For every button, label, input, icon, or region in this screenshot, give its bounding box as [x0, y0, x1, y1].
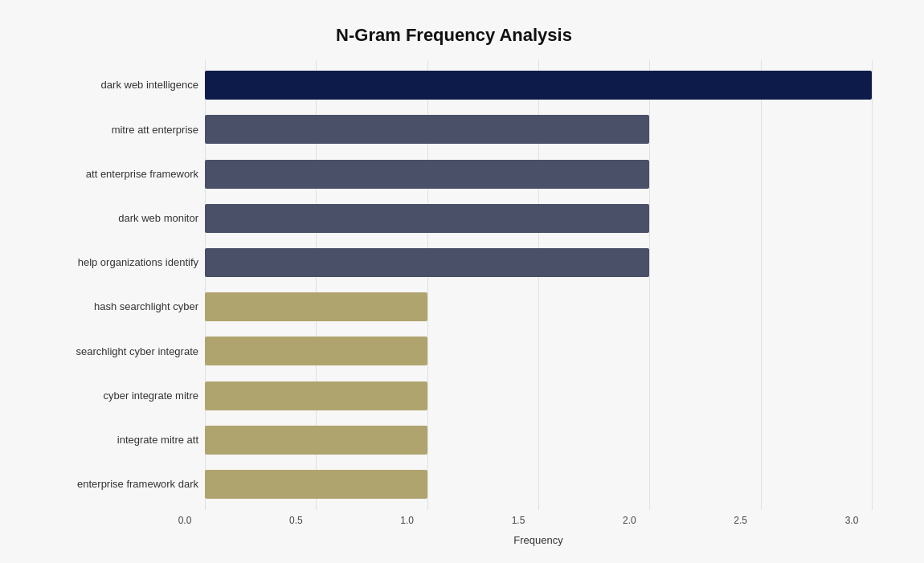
bar-row [205, 196, 872, 240]
x-tick-label: 1.0 [387, 515, 427, 526]
x-tick-label: 3.0 [832, 515, 872, 526]
y-label: searchlight cyber integrate [36, 329, 198, 373]
grid-line [872, 60, 873, 510]
bar [205, 204, 649, 233]
y-label: dark web intelligence [36, 63, 198, 108]
y-label: cyber integrate mitre [36, 373, 198, 418]
y-label: mitre att enterprise [36, 108, 198, 152]
chart-container: N-Gram Frequency Analysis dark web intel… [20, 9, 904, 555]
bar-row [205, 285, 872, 329]
bar-row [205, 373, 872, 418]
bar-row [205, 462, 872, 506]
x-tick-label: 1.5 [498, 515, 538, 526]
x-axis-labels: 0.00.51.01.52.02.53.0 [205, 515, 872, 531]
bars-area [205, 60, 872, 510]
y-label: help organizations identify [36, 240, 198, 284]
x-tick-label: 2.5 [721, 515, 761, 526]
chart-area: dark web intelligencemitre att enterpris… [36, 60, 872, 510]
bar [205, 248, 649, 277]
x-tick-label: 2.0 [609, 515, 649, 526]
y-label: att enterprise framework [36, 152, 198, 196]
bar [205, 115, 649, 144]
y-label: integrate mitre att [36, 418, 198, 462]
bar [205, 337, 427, 365]
chart-title: N-Gram Frequency Analysis [36, 25, 872, 46]
x-tick-label: 0.5 [276, 515, 316, 526]
bar [205, 470, 427, 499]
bar [205, 292, 427, 321]
bar-row [205, 63, 872, 108]
bar [205, 426, 427, 455]
bar-row [205, 418, 872, 462]
y-label: enterprise framework dark [36, 462, 198, 506]
bar [205, 160, 649, 189]
bar [205, 381, 427, 410]
bar-row [205, 108, 872, 152]
x-axis-area: 0.00.51.01.52.02.53.0 [36, 515, 872, 531]
bar [205, 71, 872, 100]
y-labels: dark web intelligencemitre att enterpris… [36, 60, 205, 510]
y-label: hash searchlight cyber [36, 285, 198, 329]
x-tick-label: 0.0 [165, 515, 205, 526]
bar-row [205, 152, 872, 196]
bar-row [205, 329, 872, 373]
y-label: dark web monitor [36, 196, 198, 240]
bar-row [205, 240, 872, 284]
x-axis-title: Frequency [36, 534, 872, 546]
